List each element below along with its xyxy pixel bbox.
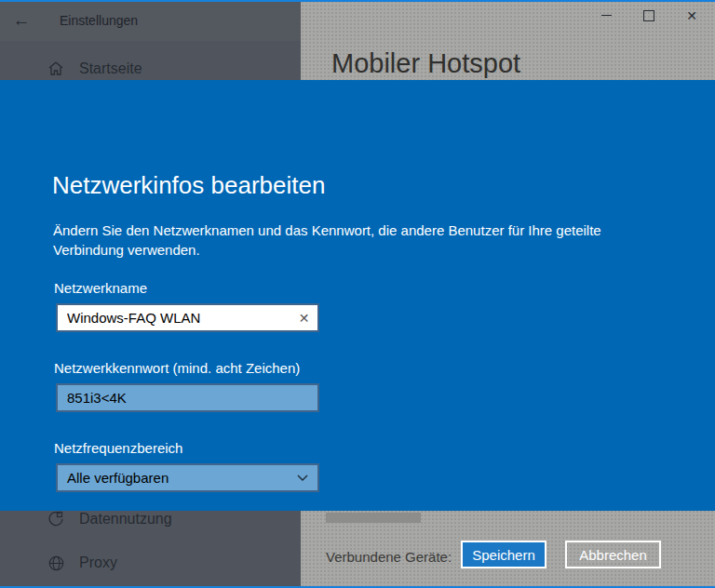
globe-icon [47, 554, 65, 572]
data-usage-icon [47, 510, 65, 528]
dimmed-control-edge [326, 513, 421, 523]
minimize-icon [601, 15, 612, 16]
sidebar-item-proxy[interactable]: Proxy [0, 546, 301, 580]
page-title: Mobiler Hotspot [331, 48, 520, 79]
close-icon: ✕ [686, 9, 697, 22]
close-button[interactable]: ✕ [670, 0, 713, 31]
titlebar: ← Einstellungen [0, 0, 301, 41]
sidebar-item-label: Startseite [79, 60, 142, 77]
network-name-field: ✕ [56, 303, 319, 332]
network-name-label: Netzwerkname [54, 280, 147, 296]
cancel-button[interactable]: Abbrechen [565, 541, 661, 568]
back-button[interactable]: ← [0, 0, 43, 41]
window-controls: ✕ [585, 0, 713, 31]
back-arrow-icon: ← [13, 10, 31, 31]
minimize-button[interactable] [585, 0, 627, 31]
network-password-input[interactable] [56, 383, 319, 412]
network-name-input[interactable] [56, 303, 319, 332]
app-title: Einstellungen [60, 13, 138, 28]
edit-network-dialog: Netzwerkinfos bearbeiten Ändern Sie den … [0, 80, 715, 511]
maximize-icon [643, 10, 654, 21]
chevron-down-icon [297, 474, 308, 481]
home-icon [47, 60, 65, 78]
maximize-button[interactable] [627, 0, 670, 31]
frequency-band-dropdown[interactable]: Alle verfügbaren [56, 463, 319, 492]
connected-devices-label: Verbundene Geräte: [326, 549, 452, 565]
dialog-description: Ändern Sie den Netzwerknamen und das Ken… [53, 220, 632, 260]
network-password-label: Netzwerkkennwort (mind. acht Zeichen) [54, 360, 300, 376]
save-button[interactable]: Speichern [461, 541, 546, 568]
window-border-top [0, 0, 715, 2]
clear-text-button[interactable]: ✕ [290, 305, 317, 330]
sidebar-item-label: Datennutzung [79, 511, 172, 528]
clear-x-icon: ✕ [299, 311, 310, 326]
frequency-band-label: Netzfrequenzbereich [54, 440, 182, 456]
dialog-title: Netzwerkinfos bearbeiten [52, 171, 325, 200]
dropdown-selected-value: Alle verfügbaren [67, 470, 169, 486]
sidebar-item-label: Proxy [79, 555, 117, 571]
